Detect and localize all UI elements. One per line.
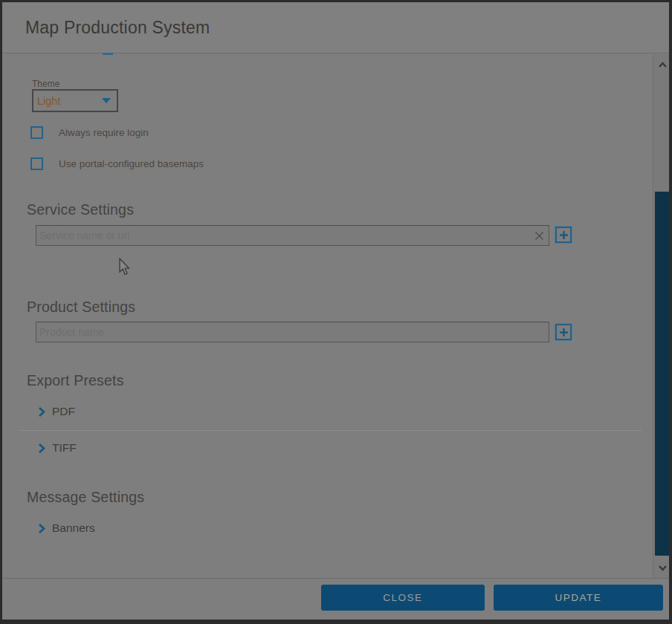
divider <box>21 430 642 431</box>
chevron-down-icon <box>102 98 111 103</box>
export-preset-pdf-label: PDF <box>52 405 75 418</box>
scroll-down-icon[interactable] <box>653 560 671 575</box>
scrolled-content-fragment <box>103 53 113 55</box>
always-require-login-label: Always require login <box>59 127 149 138</box>
always-require-login-row[interactable]: Always require login <box>30 126 149 139</box>
chevron-right-icon <box>38 523 45 534</box>
product-input-wrap <box>36 322 549 342</box>
service-input-wrap <box>36 225 549 246</box>
scroll-up-icon[interactable] <box>653 57 671 72</box>
export-preset-pdf-row[interactable]: PDF <box>38 405 75 418</box>
export-preset-tiff-row[interactable]: TIFF <box>38 441 77 455</box>
update-button[interactable]: UPDATE <box>494 585 663 611</box>
close-button[interactable]: CLOSE <box>321 585 485 611</box>
mouse-cursor-icon <box>119 258 132 276</box>
add-service-button[interactable] <box>555 227 572 243</box>
banners-label: Banners <box>52 521 95 535</box>
message-settings-heading: Message Settings <box>27 489 144 506</box>
export-preset-tiff-label: TIFF <box>52 441 77 455</box>
scrollbar[interactable] <box>653 54 671 578</box>
product-settings-heading: Product Settings <box>27 299 135 316</box>
chevron-right-icon <box>38 406 45 417</box>
service-settings-heading: Service Settings <box>27 201 134 218</box>
banners-row[interactable]: Banners <box>38 521 95 535</box>
chevron-right-icon <box>38 443 45 454</box>
product-name-input[interactable] <box>36 322 549 342</box>
map-production-system-dialog: Map Production System Theme Light Always… <box>0 0 672 624</box>
always-require-login-checkbox[interactable] <box>30 126 43 139</box>
scrollbar-thumb[interactable] <box>655 192 671 556</box>
dialog-header: Map Production System <box>2 2 669 53</box>
export-presets-heading: Export Presets <box>27 372 124 389</box>
clear-icon[interactable] <box>532 229 546 242</box>
portal-basemaps-checkbox[interactable] <box>30 157 43 170</box>
plus-icon <box>559 230 569 240</box>
footer-divider <box>2 578 669 579</box>
portal-basemaps-label: Use portal-configured basemaps <box>59 158 204 169</box>
plus-icon <box>559 328 569 337</box>
dialog-title: Map Production System <box>25 18 210 38</box>
theme-select[interactable]: Light <box>32 89 118 112</box>
service-name-input[interactable] <box>36 225 549 246</box>
portal-basemaps-row[interactable]: Use portal-configured basemaps <box>30 157 204 170</box>
theme-label: Theme <box>32 79 59 89</box>
add-product-button[interactable] <box>555 324 572 340</box>
theme-select-value: Light <box>37 95 102 107</box>
